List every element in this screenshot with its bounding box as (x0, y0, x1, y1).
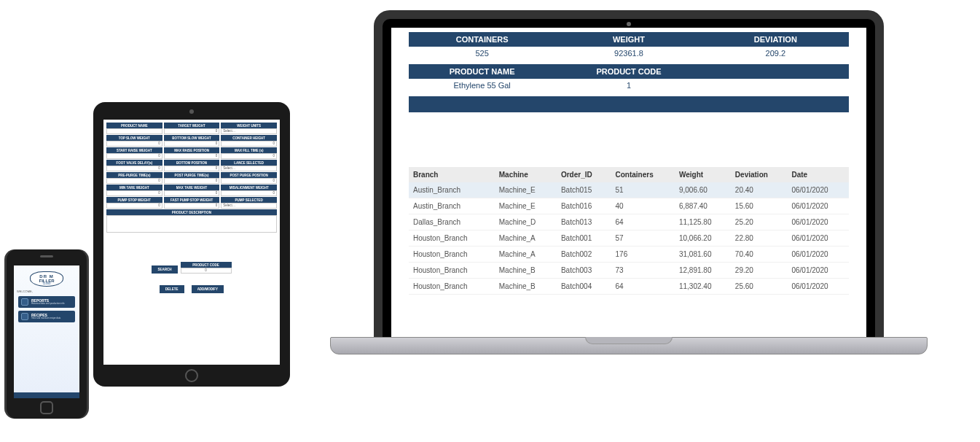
number-input[interactable]: 0 (221, 190, 277, 196)
table-cell: 11,302.40 (675, 279, 731, 295)
col-weight[interactable]: Weight (675, 167, 731, 182)
select-input[interactable]: Select… (221, 166, 277, 171)
add-modify-button[interactable]: ADD/MODIFY (192, 285, 224, 293)
product-code-label: PRODUCT CODE (181, 262, 232, 268)
select-input[interactable]: Select… (221, 128, 277, 134)
table-cell: 70.40 (731, 247, 788, 263)
col-containers[interactable]: Containers (611, 167, 675, 182)
delete-button[interactable]: DELETE (160, 285, 184, 293)
table-cell: Batch002 (557, 247, 611, 263)
phone-home-button[interactable] (40, 401, 53, 414)
field-label: BOTTOM SLOW WEIGHT (164, 135, 220, 141)
table-cell: 6,887.40 (675, 198, 731, 214)
table-cell: 22.80 (731, 230, 788, 247)
product-code-input[interactable]: 0 (181, 268, 232, 274)
table-row[interactable]: Houston_BranchMachine_BBatch0046411,302.… (409, 279, 849, 295)
table-cell: Machine_E (495, 198, 557, 214)
number-input[interactable]: 0 (106, 190, 162, 196)
table-cell: 25.60 (731, 279, 788, 295)
product-description-input[interactable] (106, 215, 277, 233)
spacer-bar (409, 96, 849, 112)
number-input[interactable]: 0 (164, 203, 220, 209)
field-label: WEIGHT UNITS (221, 123, 277, 128)
table-cell: 06/01/2020 (787, 182, 849, 198)
product-description-label: PRODUCT DESCRIPTION (106, 209, 277, 215)
menu-item-subtitle: View and maintain recipe data (31, 317, 60, 319)
logo-line3: CLOUD (31, 283, 63, 285)
number-input[interactable]: 0 (221, 141, 277, 147)
field-label: TOP SLOW WEIGHT (106, 135, 162, 141)
laptop-bezel: CONTAINERS WEIGHT DEVIATION 525 92361.8 … (374, 10, 884, 346)
number-input[interactable]: 0 (164, 153, 220, 159)
table-cell: 40 (611, 198, 675, 214)
select-input[interactable]: Select… (221, 203, 277, 209)
number-input[interactable]: 0 (164, 190, 220, 196)
table-cell: Machine_B (495, 263, 557, 279)
table-cell: Houston_Branch (409, 279, 495, 295)
app-logo: DR M FILLER CLOUD (14, 265, 79, 290)
recipes-icon (21, 313, 28, 320)
field-label: PRE-PURGE TIME(s) (106, 172, 162, 178)
table-cell: 51 (611, 182, 675, 198)
table-row[interactable]: Austin_BranchMachine_EBatch016406,887.40… (409, 198, 849, 214)
table-cell: Machine_B (495, 279, 557, 295)
number-input[interactable]: 0 (106, 203, 162, 209)
field-label: BOTTOM POSITION (164, 160, 220, 166)
number-input[interactable]: 0 (164, 166, 220, 171)
number-input[interactable]: 0 (164, 128, 220, 134)
field-label: PUMP STOP WEIGHT (106, 197, 162, 203)
table-cell: 06/01/2020 (787, 263, 849, 279)
number-input[interactable] (106, 128, 162, 134)
number-input[interactable]: 0 (164, 178, 220, 184)
number-input[interactable]: 0 (106, 166, 162, 171)
tablet-frame: PRODUCT NAMETARGET WEIGHT0WEIGHT UNITSSe… (93, 102, 290, 387)
product-header-code: PRODUCT CODE (555, 64, 702, 79)
number-input[interactable]: 0 (106, 178, 162, 184)
table-cell: 73 (611, 263, 675, 279)
reports-icon (21, 298, 28, 306)
menu-item-recipes[interactable]: RECIPESView and maintain recipe data (18, 311, 75, 322)
table-cell: 20.40 (731, 182, 788, 198)
table-cell: Batch003 (557, 263, 611, 279)
field-label: POST PURGE TIME(s) (164, 172, 220, 178)
laptop-frame: CONTAINERS WEIGHT DEVIATION 525 92361.8 … (330, 10, 928, 426)
report-table[interactable]: Branch Machine Order_ID Containers Weigh… (409, 167, 849, 295)
col-deviation[interactable]: Deviation (731, 167, 788, 182)
number-input[interactable]: 0 (106, 141, 162, 147)
col-order-id[interactable]: Order_ID (557, 167, 611, 182)
table-cell: Machine_A (495, 230, 557, 247)
table-row[interactable]: Houston_BranchMachine_ABatch0015710,066.… (409, 230, 849, 247)
number-input[interactable]: 0 (164, 141, 220, 147)
number-input[interactable]: 0 (221, 178, 277, 184)
table-cell: Dallas_Branch (409, 214, 495, 230)
table-cell: 06/01/2020 (787, 247, 849, 263)
number-input[interactable]: 0 (106, 153, 162, 159)
table-cell: Batch015 (557, 182, 611, 198)
field-label: CONTAINER HEIGHT (221, 135, 277, 141)
table-cell: 29.20 (731, 263, 788, 279)
tablet-home-button[interactable] (185, 369, 198, 382)
menu-item-subtitle: Historical data and production info (31, 303, 64, 305)
table-cell: Houston_Branch (409, 230, 495, 247)
table-cell: 06/01/2020 (787, 230, 849, 247)
col-machine[interactable]: Machine (495, 167, 557, 182)
summary-header-containers: CONTAINERS (409, 32, 555, 47)
number-input[interactable]: 0 (221, 153, 277, 159)
table-row[interactable]: Houston_BranchMachine_ABatch00217631,081… (409, 247, 849, 263)
menu-item-reports[interactable]: REPORTSHistorical data and production in… (18, 296, 75, 308)
table-row[interactable]: Houston_BranchMachine_BBatch0037312,891.… (409, 263, 849, 279)
summary-value-deviation: 209.2 (702, 47, 849, 60)
table-cell: Austin_Branch (409, 182, 495, 198)
table-cell: Machine_A (495, 247, 557, 263)
search-button[interactable]: SEARCH (152, 265, 177, 274)
col-date[interactable]: Date (787, 167, 849, 182)
table-row[interactable]: Austin_BranchMachine_EBatch015519,006.60… (409, 182, 849, 198)
product-value-name: Ethylene 55 Gal (409, 79, 555, 92)
table-cell: 10,066.20 (675, 230, 731, 247)
summary-value-weight: 92361.8 (555, 47, 702, 60)
report-header-row: Branch Machine Order_ID Containers Weigh… (409, 167, 849, 182)
table-row[interactable]: Dallas_BranchMachine_DBatch0136411,125.8… (409, 214, 849, 230)
col-branch[interactable]: Branch (409, 167, 495, 182)
table-cell: 11,125.80 (675, 214, 731, 230)
phone-footer-bar (14, 392, 79, 398)
